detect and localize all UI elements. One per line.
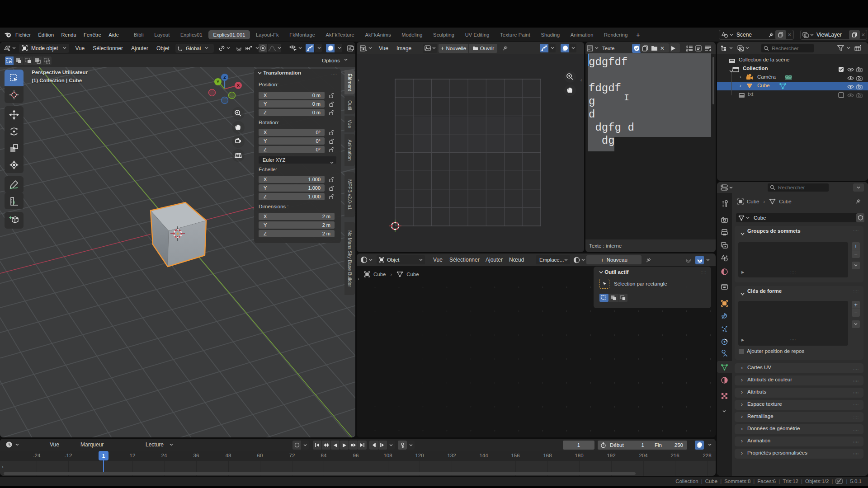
svg-text:›: › — [358, 78, 359, 83]
svg-text:‹: ‹ — [580, 78, 582, 83]
svg-text:Y: Y — [217, 80, 219, 84]
svg-text:X: X — [237, 83, 240, 88]
svg-text:Z: Z — [223, 75, 226, 80]
